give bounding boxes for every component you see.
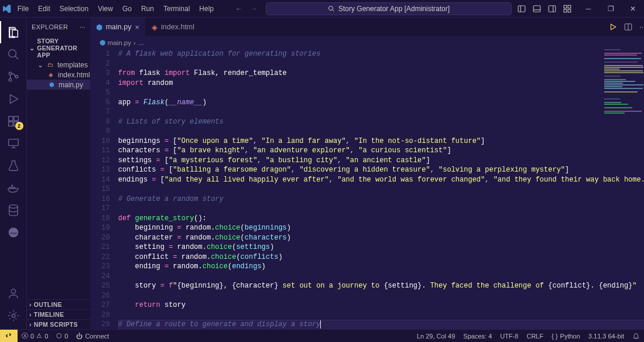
file-main-py[interactable]: ⬢ main.py xyxy=(27,80,90,90)
tab-index-html-label: index.html xyxy=(161,23,194,31)
menu-help[interactable]: Help xyxy=(195,2,218,15)
title-bar: File Edit Selection View Go Run Terminal… xyxy=(0,0,644,18)
status-bar: ⓧ0 ⚠0 ⬡0 ⏻Connect Ln 29, Col 49 Spaces: … xyxy=(0,329,644,342)
svg-point-9 xyxy=(9,72,12,75)
activity-extensions-icon[interactable]: 2 xyxy=(0,110,27,132)
tab-close-icon[interactable]: × xyxy=(135,23,139,32)
status-connect[interactable]: ⏻Connect xyxy=(72,330,113,342)
menu-view[interactable]: View xyxy=(94,2,117,15)
folder-root[interactable]: ⌄ STORY GENERATOR APP xyxy=(27,36,90,60)
editor-tabs: ⬢ main.py × ◈ index.html ··· xyxy=(90,18,644,36)
python-file-icon: ⬢ xyxy=(47,81,56,89)
status-ports[interactable]: ⬡0 xyxy=(52,330,72,342)
split-editor-icon[interactable] xyxy=(624,23,632,31)
status-language[interactable]: { }Python xyxy=(547,330,584,342)
minimize-button[interactable]: ─ xyxy=(577,0,600,18)
status-problems[interactable]: ⓧ0 ⚠0 xyxy=(18,330,52,342)
breadcrumb-more: ... xyxy=(138,39,144,46)
folder-templates-label: templates xyxy=(57,61,88,69)
sidebar-npm-scripts[interactable]: › NPM SCRIPTS xyxy=(27,319,90,329)
svg-rect-6 xyxy=(564,9,567,12)
python-file-icon: ⬢ xyxy=(100,39,105,47)
menu-selection[interactable]: Selection xyxy=(56,2,93,15)
status-encoding[interactable]: UTF-8 xyxy=(496,330,522,342)
svg-rect-12 xyxy=(8,117,12,121)
status-eol[interactable]: CRLF xyxy=(522,330,547,342)
activity-bar: 2 Json xyxy=(0,18,27,329)
status-interpreter[interactable]: 3.11.3 64-bit xyxy=(584,330,628,342)
toggle-secondary-sidebar-icon[interactable] xyxy=(548,5,556,13)
file-tree: ⌄ 🗀 templates ◈ index.html ⬢ main.py xyxy=(27,60,90,299)
activity-explorer-icon[interactable] xyxy=(0,21,27,43)
activity-docker-icon[interactable] xyxy=(0,177,27,199)
status-notifications-icon[interactable] xyxy=(628,330,644,342)
run-file-icon[interactable] xyxy=(609,23,617,31)
error-icon: ⓧ xyxy=(22,331,28,340)
breadcrumb-sep: › xyxy=(133,39,136,46)
toggle-primary-sidebar-icon[interactable] xyxy=(518,5,526,13)
svg-rect-1 xyxy=(518,5,525,12)
file-index-html-label: index.html xyxy=(58,71,90,79)
activity-json-icon[interactable]: Json xyxy=(0,221,27,244)
svg-point-11 xyxy=(15,76,18,78)
html-file-icon: ◈ xyxy=(47,71,55,79)
toggle-panel-icon[interactable] xyxy=(533,5,541,13)
close-button[interactable]: ✕ xyxy=(622,0,644,18)
layout-controls xyxy=(512,5,577,13)
sidebar-title: Explorer xyxy=(32,23,68,30)
command-center-search[interactable]: Story Generator App [Administrator] xyxy=(266,2,512,15)
editor-body[interactable]: 1234567891011121314151617181920212223242… xyxy=(90,49,644,329)
code-content[interactable]: # A flask web application for generating… xyxy=(118,49,644,329)
folder-templates[interactable]: ⌄ 🗀 templates xyxy=(27,60,90,70)
sidebar-outline[interactable]: › OUTLINE xyxy=(27,299,90,309)
activity-search-icon[interactable] xyxy=(0,43,27,66)
html-file-icon: ◈ xyxy=(152,23,157,32)
menu-terminal[interactable]: Terminal xyxy=(159,2,194,15)
menu-file[interactable]: File xyxy=(13,2,33,15)
chevron-right-icon: › xyxy=(29,301,32,308)
folder-icon: 🗀 xyxy=(46,61,54,69)
file-index-html[interactable]: ◈ index.html xyxy=(27,70,90,80)
nav-forward-icon[interactable]: → xyxy=(251,5,258,13)
sidebar-more-icon[interactable]: ··· xyxy=(80,23,85,30)
tab-index-html[interactable]: ◈ index.html xyxy=(146,18,201,36)
python-file-icon: ⬢ xyxy=(96,23,102,32)
customize-layout-icon[interactable] xyxy=(563,5,571,13)
activity-testing-icon[interactable] xyxy=(0,155,27,177)
minimap[interactable] xyxy=(604,49,644,119)
radio-icon: ⬡ xyxy=(56,332,62,340)
activity-database-icon[interactable] xyxy=(0,199,27,221)
nav-back-icon[interactable]: ← xyxy=(235,5,242,13)
svg-rect-20 xyxy=(11,185,13,187)
svg-point-21 xyxy=(9,205,18,208)
braces-icon: { } xyxy=(551,333,557,340)
menu-edit[interactable]: Edit xyxy=(34,2,54,15)
status-remote-icon[interactable] xyxy=(0,330,18,342)
nav-arrows: ← → xyxy=(235,5,258,13)
maximize-button[interactable]: ❐ xyxy=(600,0,622,18)
breadcrumb[interactable]: ⬢ main.py › ... xyxy=(90,36,644,49)
tab-main-py[interactable]: ⬢ main.py × xyxy=(90,18,146,36)
status-cursor-position[interactable]: Ln 29, Col 49 xyxy=(413,330,459,342)
chevron-right-icon: › xyxy=(29,321,32,328)
chevron-down-icon: ⌄ xyxy=(37,61,43,69)
search-placeholder: Story Generator App [Administrator] xyxy=(338,5,450,13)
search-icon xyxy=(328,5,335,12)
activity-remote-explorer-icon[interactable] xyxy=(0,132,27,155)
svg-rect-2 xyxy=(533,5,540,12)
menu-go[interactable]: Go xyxy=(118,2,136,15)
activity-run-debug-icon[interactable] xyxy=(0,88,27,110)
svg-point-25 xyxy=(12,314,15,317)
sidebar-timeline[interactable]: › TIMELINE xyxy=(27,309,90,319)
editor-more-icon[interactable]: ··· xyxy=(639,23,644,31)
sidebar-header: Explorer ··· xyxy=(27,18,90,36)
status-indentation[interactable]: Spaces: 4 xyxy=(459,330,496,342)
svg-point-8 xyxy=(8,50,16,57)
tab-main-py-label: main.py xyxy=(106,23,132,31)
activity-source-control-icon[interactable] xyxy=(0,66,27,88)
file-main-py-label: main.py xyxy=(59,81,83,89)
activity-settings-icon[interactable] xyxy=(0,305,27,327)
menu-run[interactable]: Run xyxy=(137,2,158,15)
activity-accounts-icon[interactable] xyxy=(0,282,27,305)
svg-text:Json: Json xyxy=(9,231,16,235)
